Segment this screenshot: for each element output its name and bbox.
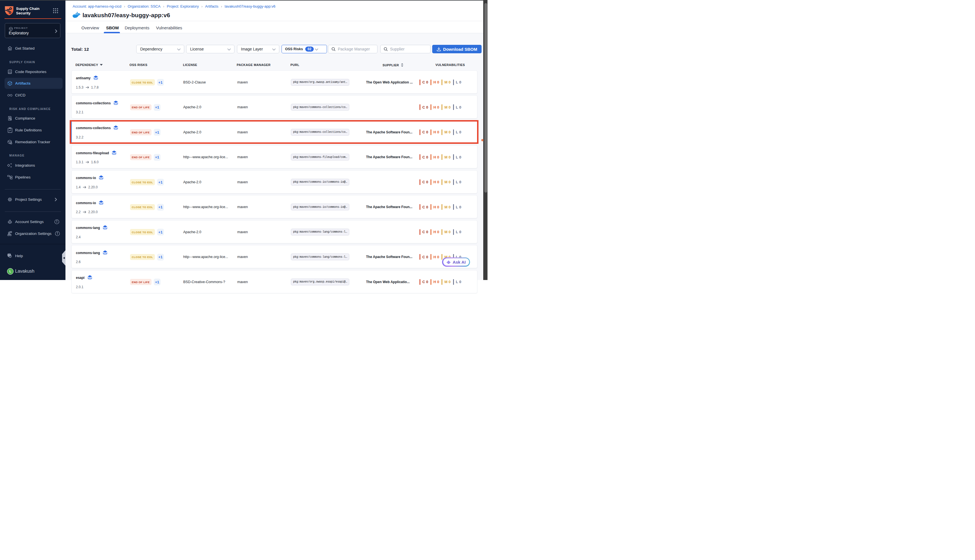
svg-text:?: ? (8, 254, 10, 256)
